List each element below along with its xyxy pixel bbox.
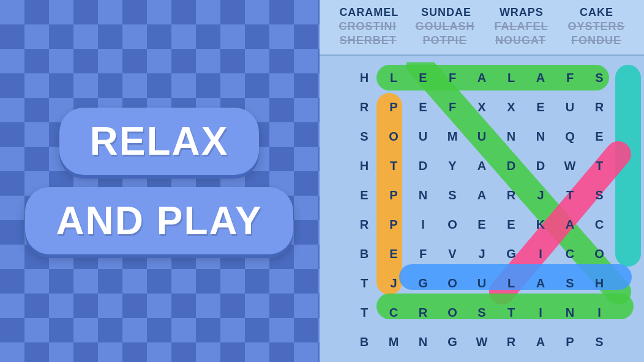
cell-4-8[interactable]: S [585,181,613,209]
cell-0-1[interactable]: L [380,64,408,92]
cell-0-8[interactable]: S [585,64,613,92]
cell-6-4[interactable]: J [468,240,496,268]
and-play-text: AND PLAY [56,198,262,243]
cell-9-6[interactable]: A [526,328,555,356]
cell-1-3[interactable]: F [438,93,466,121]
cell-5-8[interactable]: C [585,210,613,238]
cell-6-1[interactable]: E [380,240,408,268]
cell-2-0[interactable]: S [350,122,378,150]
cell-7-1[interactable]: J [380,269,408,297]
cell-6-0[interactable]: B [350,240,378,268]
cell-6-7[interactable]: C [556,240,584,268]
cell-2-6[interactable]: N [526,122,555,150]
cell-9-2[interactable]: N [409,328,437,356]
grid-area[interactable]: HLEFALAFSRPEFXXEURSOUMUNNQEHTDYADDWTEPNS… [320,56,644,362]
cell-4-7[interactable]: T [556,181,584,209]
cell-5-5[interactable]: E [497,210,525,238]
cell-8-3[interactable]: O [438,298,466,327]
word-row-3: SHERBET POTPIE NOUGAT FONDUE [329,34,634,47]
cell-0-2[interactable]: E [409,64,437,92]
cell-2-5[interactable]: N [497,122,525,150]
cell-3-3[interactable]: Y [438,152,466,180]
word-oysters: OYSTERS [567,20,624,33]
cell-2-3[interactable]: M [438,122,466,150]
cell-4-1[interactable]: P [380,181,408,209]
word-falafel: FALAFEL [493,20,549,33]
word-caramel: CARAMEL [339,6,399,19]
cell-8-2[interactable]: R [409,298,437,327]
cell-4-6[interactable]: J [526,181,555,209]
cell-1-8[interactable]: R [585,93,613,121]
word-potpie: POTPIE [417,34,473,47]
cell-4-3[interactable]: S [438,181,466,209]
cell-0-5[interactable]: L [497,64,525,92]
cell-0-0[interactable]: H [350,64,378,92]
cell-9-1[interactable]: M [380,328,408,356]
cell-6-6[interactable]: I [526,240,555,268]
cell-6-3[interactable]: V [438,240,466,268]
cell-9-3[interactable]: G [438,328,466,356]
cell-9-0[interactable]: B [350,328,378,356]
cell-4-5[interactable]: R [497,181,525,209]
cell-0-4[interactable]: A [468,64,496,92]
cell-0-7[interactable]: F [556,64,584,92]
cell-5-7[interactable]: A [556,210,584,238]
cell-2-2[interactable]: U [409,122,437,150]
cell-7-2[interactable]: G [409,269,437,297]
cell-8-0[interactable]: T [350,298,378,327]
cell-7-8[interactable]: H [585,269,613,297]
cell-6-5[interactable]: G [497,240,525,268]
cell-1-5[interactable]: X [497,93,525,121]
cell-5-0[interactable]: R [350,210,378,238]
cell-1-7[interactable]: U [556,93,584,121]
cell-1-4[interactable]: X [468,93,496,121]
cell-1-6[interactable]: E [526,93,555,121]
cell-3-7[interactable]: W [556,152,584,180]
cell-5-2[interactable]: I [409,210,437,238]
word-sundae: SUNDAE [419,6,474,19]
cell-6-2[interactable]: F [409,240,437,268]
cell-3-0[interactable]: H [350,152,378,180]
cell-5-3[interactable]: O [438,210,466,238]
cell-3-2[interactable]: D [409,152,437,180]
cell-9-8[interactable]: S [585,328,613,356]
cell-8-7[interactable]: N [556,298,584,327]
cell-1-1[interactable]: P [380,93,408,121]
cell-9-5[interactable]: R [497,328,525,356]
cell-5-4[interactable]: E [468,210,496,238]
cell-7-5[interactable]: L [497,269,525,297]
cell-0-3[interactable]: F [438,64,466,92]
cell-5-6[interactable]: K [526,210,555,238]
cell-4-0[interactable]: E [350,181,378,209]
cell-4-4[interactable]: A [468,181,496,209]
cell-9-7[interactable]: P [556,328,584,356]
cell-3-4[interactable]: A [468,152,496,180]
cell-5-1[interactable]: P [380,210,408,238]
cell-6-8[interactable]: O [585,240,613,268]
cell-7-4[interactable]: U [468,269,496,297]
cell-8-4[interactable]: S [468,298,496,327]
cell-8-8[interactable]: I [585,298,613,327]
cell-9-4[interactable]: W [468,328,496,356]
cell-2-8[interactable]: E [585,122,613,150]
cell-7-0[interactable]: T [350,269,378,297]
cell-8-6[interactable]: I [526,298,555,327]
cell-4-2[interactable]: N [409,181,437,209]
cell-1-2[interactable]: E [409,93,437,121]
cell-3-6[interactable]: D [526,152,555,180]
cell-3-1[interactable]: T [380,152,408,180]
cell-2-4[interactable]: U [468,122,496,150]
word-fondue: FONDUE [569,34,624,47]
cell-7-7[interactable]: S [556,269,584,297]
cell-8-5[interactable]: T [497,298,525,327]
cell-7-6[interactable]: A [526,269,555,297]
cell-3-5[interactable]: D [497,152,525,180]
cell-3-8[interactable]: T [585,152,613,180]
cell-8-1[interactable]: C [380,298,408,327]
cell-2-1[interactable]: O [380,122,408,150]
cell-1-0[interactable]: R [350,93,378,121]
cell-2-7[interactable]: Q [556,122,584,150]
right-panel: CARAMEL SUNDAE WRAPS CAKE CROSTINI GOULA… [320,0,644,362]
cell-0-6[interactable]: A [526,64,555,92]
cell-7-3[interactable]: O [438,269,466,297]
